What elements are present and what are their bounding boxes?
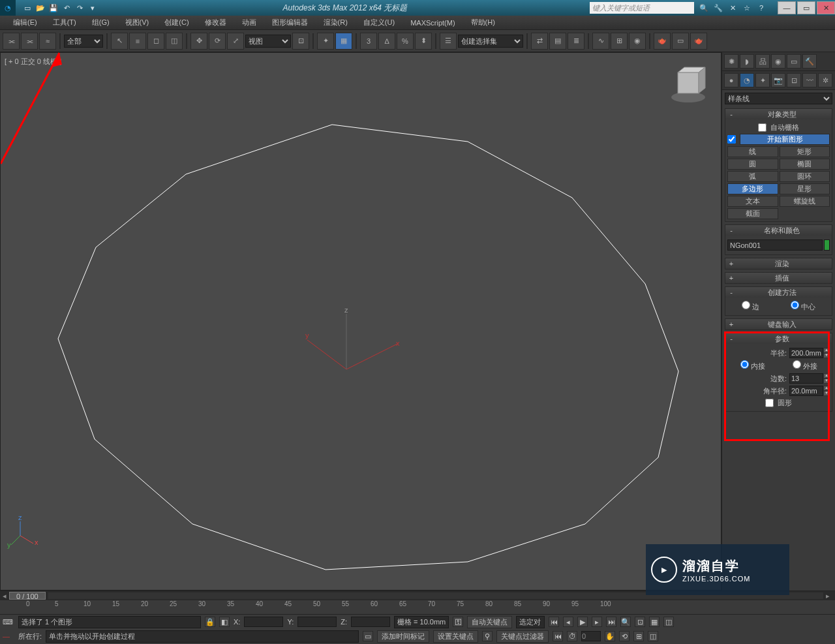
lights-cat-icon[interactable]: ✦ [755,73,770,87]
key-mode-icon[interactable]: ⚿ [453,617,463,627]
add-time-tag-button[interactable]: 添加时间标记 [377,630,429,643]
nav-orbit-icon[interactable]: ⟲ [619,631,630,641]
minimize-button[interactable]: — [778,1,796,14]
sides-spin-up[interactable]: ▲ [823,373,830,378]
object-color-swatch[interactable] [824,239,830,251]
corner-radius-spin-down[interactable]: ▼ [823,391,830,396]
modify-tab-icon[interactable]: ◗ [740,54,754,69]
menu-maxscript[interactable]: MAXScript(M) [402,19,463,27]
menu-views[interactable]: 视图(V) [117,18,157,27]
key-filter-button[interactable]: 关键点过滤器 [496,630,549,643]
undo-icon[interactable]: ↶ [61,3,72,13]
ngon-button[interactable]: 多边形 [727,183,778,194]
select-icon[interactable]: ↖ [111,33,128,50]
pivot-icon[interactable]: ⊡ [292,33,309,50]
schematic-icon[interactable]: ⊞ [611,33,628,50]
nav-pan-icon[interactable]: ✋ [605,631,615,641]
favorite-icon[interactable]: ☆ [741,2,753,14]
helix-button[interactable]: 螺旋线 [780,196,830,207]
render-icon[interactable]: 🫖 [690,33,707,50]
snap-toggle-icon[interactable]: ▦ [335,33,352,50]
section-button[interactable]: 截面 [727,208,778,219]
circle-button[interactable]: 圆 [727,159,778,170]
current-frame-input[interactable] [581,631,601,641]
manipulate-icon[interactable]: ✦ [317,33,334,50]
key-filter-icon[interactable]: ⚲ [482,631,493,641]
nav-minmax-icon[interactable]: ◫ [648,631,658,641]
open-icon[interactable]: 📂 [35,3,46,13]
radius-spin-up[interactable]: ▲ [823,348,830,353]
rollout-header-interpolation[interactable]: +插值 [725,273,832,283]
scale-icon[interactable]: ⤢ [227,33,244,50]
save-icon[interactable]: 💾 [48,3,59,13]
rollout-header-rendering[interactable]: +渲染 [725,258,832,269]
donut-button[interactable]: 圆环 [780,171,830,182]
display-tab-icon[interactable]: ▭ [787,54,801,69]
script-icon[interactable]: ⌨ [3,618,14,626]
geometry-cat-icon[interactable]: ● [724,73,738,87]
rollout-header-parameters[interactable]: -参数 [725,333,832,344]
selection-filter-dropdown[interactable]: 全部 [64,35,103,48]
named-sel-icon[interactable]: ☰ [440,33,457,50]
z-coord-input[interactable] [351,617,390,627]
nav-zoom-icon[interactable]: 🔍 [620,617,631,627]
menu-group[interactable]: 组(G) [84,18,117,27]
menu-rendering[interactable]: 渲染(R) [316,18,356,27]
menu-modifiers[interactable]: 修改器 [197,18,234,27]
sides-spin-down[interactable]: ▼ [823,378,830,384]
mirror-icon[interactable]: ⇄ [531,33,548,50]
start-shape-checkbox[interactable] [727,135,736,144]
close-button[interactable]: ✕ [817,1,835,14]
shapes-subcategory-dropdown[interactable]: 样条线 [725,93,832,104]
y-coord-input[interactable] [297,617,337,627]
material-icon[interactable]: ◉ [629,33,646,50]
shapes-cat-icon[interactable]: ◔ [740,73,754,87]
percent-snap-icon[interactable]: % [397,33,414,50]
nav-zoomall-icon[interactable]: ⊡ [635,617,645,627]
hierarchy-tab-icon[interactable]: 品 [755,54,770,69]
layers-icon[interactable]: ≣ [568,33,584,50]
time-config-icon[interactable]: ⏱ [567,631,577,641]
circular-checkbox[interactable] [765,399,774,407]
cameras-cat-icon[interactable]: 📷 [771,73,785,87]
corner-radius-spin-up[interactable]: ▲ [823,386,830,391]
rectangle-button[interactable]: 矩形 [780,146,830,157]
nav-maximize-icon[interactable]: ⊞ [633,631,644,641]
rollout-header-object-type[interactable]: -对象类型 [725,109,832,119]
corner-radius-input[interactable] [789,386,823,396]
play-icon[interactable]: ▶ [577,617,588,627]
align-icon[interactable]: ▤ [549,33,566,50]
help-icon[interactable]: ? [755,2,767,14]
viewport[interactable]: [ + 0 正交 0 线框 ] y x z x y z [0,52,721,590]
radius-spin-down[interactable]: ▼ [823,353,830,358]
spinner-snap-icon[interactable]: ⬍ [415,33,432,50]
ellipse-button[interactable]: 椭圆 [780,159,830,170]
new-icon[interactable]: ▭ [22,3,33,13]
create-tab-icon[interactable]: ✺ [724,54,738,69]
auto-grid-checkbox[interactable] [758,123,767,132]
selected-obj-dropdown[interactable]: 选定对 [516,616,545,628]
curve-editor-icon[interactable]: ∿ [592,33,609,50]
redo-icon[interactable]: ↷ [74,3,85,13]
arc-button[interactable]: 弧 [727,171,778,182]
motion-tab-icon[interactable]: ◉ [771,54,785,69]
menu-edit[interactable]: 编辑(E) [5,18,45,27]
sides-input[interactable] [789,373,823,384]
select-name-icon[interactable]: ≡ [129,33,146,50]
menu-help[interactable]: 帮助(H) [463,18,503,27]
time-slider[interactable]: 0 / 100 [9,592,46,600]
angle-snap-icon[interactable]: ∆ [378,33,395,50]
edge-radio[interactable] [742,301,750,309]
object-name-input[interactable] [727,239,823,251]
set-key-button[interactable]: 设置关键点 [433,630,478,643]
inscribed-radio[interactable] [740,360,749,369]
autokey-button[interactable]: 自动关键点 [467,616,512,628]
line-button[interactable]: 线 [727,146,778,157]
center-radio[interactable] [791,301,799,309]
menu-animation[interactable]: 动画 [234,18,264,27]
snap3-icon[interactable]: 3 [360,33,377,50]
systems-cat-icon[interactable]: ✲ [818,73,832,87]
x-coord-input[interactable] [244,617,283,627]
time-scroll-right[interactable]: ▸ [826,592,832,600]
circumscribed-radio[interactable] [793,360,801,369]
